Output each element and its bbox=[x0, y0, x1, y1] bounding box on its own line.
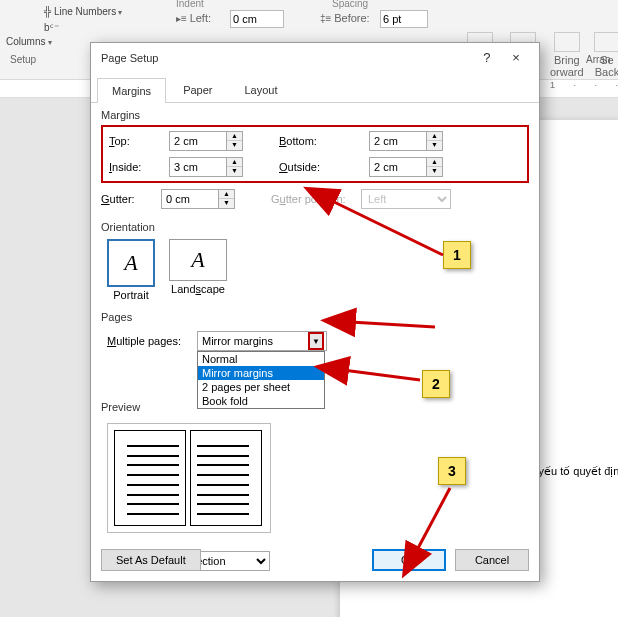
page-setup-group-label: Setup bbox=[10, 54, 36, 65]
annotation-badge-1: 1 bbox=[443, 241, 471, 269]
help-icon[interactable]: ? bbox=[474, 43, 500, 73]
spin-up-icon[interactable]: ▲ bbox=[427, 158, 442, 167]
top-input[interactable]: ▲▼ bbox=[169, 131, 259, 151]
tab-layout[interactable]: Layout bbox=[229, 77, 292, 102]
indent-left-label: ▸≡ Left: bbox=[176, 12, 211, 24]
set-as-default-button[interactable]: Set As Default bbox=[101, 549, 201, 571]
spin-down-icon[interactable]: ▼ bbox=[227, 167, 242, 176]
bottom-label: Bottom: bbox=[279, 135, 369, 147]
spacing-before-label: ‡≡ Before: bbox=[320, 12, 370, 24]
gutter-position-select: Left bbox=[361, 189, 451, 209]
pages-section-label: Pages bbox=[91, 305, 539, 325]
dropdown-option[interactable]: Book fold bbox=[198, 394, 324, 408]
multiple-pages-dropdown: NormalMirror margins2 pages per sheetBoo… bbox=[197, 351, 325, 409]
outside-label: Outside: bbox=[279, 161, 369, 173]
line-numbers-button[interactable]: ╬ Line Numbers ▾ bbox=[44, 6, 122, 17]
orientation-portrait[interactable]: A Portrait bbox=[107, 239, 155, 301]
multiple-pages-label: Multiple pages: bbox=[107, 335, 181, 347]
tab-margins[interactable]: Margins bbox=[97, 78, 166, 103]
spin-down-icon[interactable]: ▼ bbox=[219, 199, 234, 208]
dialog-title-text: Page Setup bbox=[101, 43, 159, 73]
spin-down-icon[interactable]: ▼ bbox=[427, 167, 442, 176]
outside-input[interactable]: ▲▼ bbox=[369, 157, 459, 177]
multiple-pages-value: Mirror margins bbox=[202, 335, 273, 347]
inside-input[interactable]: ▲▼ bbox=[169, 157, 259, 177]
portrait-label: Portrait bbox=[113, 289, 148, 301]
close-icon[interactable]: × bbox=[503, 43, 529, 73]
ok-button[interactable]: OK bbox=[372, 549, 446, 571]
dialog-titlebar[interactable]: Page Setup ? × bbox=[91, 43, 539, 73]
hyphenation-button[interactable]: bᶜ⁻ bbox=[44, 22, 59, 33]
preview-page-right bbox=[190, 430, 262, 526]
spin-down-icon[interactable]: ▼ bbox=[427, 141, 442, 150]
page-setup-dialog: Page Setup ? × Margins Paper Layout Marg… bbox=[90, 42, 540, 582]
dropdown-option[interactable]: Mirror margins bbox=[198, 366, 324, 380]
annotation-badge-2: 2 bbox=[422, 370, 450, 398]
spacing-before-input[interactable] bbox=[380, 10, 428, 28]
spin-up-icon[interactable]: ▲ bbox=[227, 158, 242, 167]
spin-up-icon[interactable]: ▲ bbox=[219, 190, 234, 199]
orientation-landscape[interactable]: A Landscape bbox=[169, 239, 227, 301]
orientation-section-label: Orientation bbox=[91, 215, 539, 235]
columns-button[interactable]: Columns ▾ bbox=[6, 36, 52, 47]
annotation-badge-3: 3 bbox=[438, 457, 466, 485]
tab-paper[interactable]: Paper bbox=[168, 77, 227, 102]
margins-highlight-box: Top: ▲▼ Bottom: ▲▼ Inside: ▲▼ Outside: ▲… bbox=[101, 125, 529, 183]
dropdown-option[interactable]: 2 pages per sheet bbox=[198, 380, 324, 394]
margins-section-label: Margins bbox=[91, 103, 539, 123]
inside-label: Inside: bbox=[109, 161, 169, 173]
dropdown-option[interactable]: Normal bbox=[198, 352, 324, 366]
gutter-position-label: Gutter position: bbox=[271, 193, 361, 205]
cancel-button[interactable]: Cancel bbox=[455, 549, 529, 571]
spin-down-icon[interactable]: ▼ bbox=[227, 141, 242, 150]
landscape-label: Landscape bbox=[171, 283, 225, 295]
chevron-down-icon[interactable]: ▼ bbox=[308, 332, 324, 350]
arrange-group-label: Arran bbox=[586, 54, 610, 65]
preview-page-left bbox=[114, 430, 186, 526]
indent-group-label: Indent bbox=[176, 0, 204, 9]
gutter-input[interactable]: ▲▼ bbox=[161, 189, 251, 209]
top-label: Top: bbox=[109, 135, 169, 147]
indent-left-input[interactable] bbox=[230, 10, 284, 28]
multiple-pages-combo[interactable]: Mirror margins ▼ bbox=[197, 331, 327, 351]
bottom-input[interactable]: ▲▼ bbox=[369, 131, 459, 151]
spin-up-icon[interactable]: ▲ bbox=[427, 132, 442, 141]
dialog-tabs: Margins Paper Layout bbox=[91, 77, 539, 103]
spin-up-icon[interactable]: ▲ bbox=[227, 132, 242, 141]
gutter-label: Gutter: bbox=[101, 193, 161, 205]
spacing-group-label: Spacing bbox=[332, 0, 368, 9]
bring-forward-button[interactable]: Bringorward bbox=[550, 32, 584, 78]
